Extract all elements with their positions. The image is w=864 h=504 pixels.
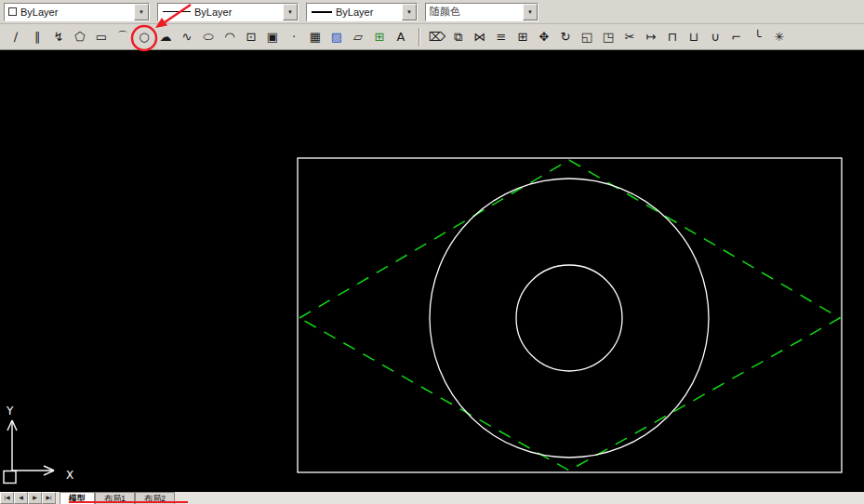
ellipse-arc-icon: ◠ [224,30,234,44]
fillet-icon: ╰ [754,30,762,44]
chamfer-tool-button[interactable]: ⌐ [726,27,747,46]
chevron-down-icon: ▼ [406,9,412,15]
lineweight-control-value: ByLayer [332,7,402,18]
erase-icon: ⌦ [429,30,445,44]
tab-model[interactable]: 模型 [60,492,95,504]
stretch-icon: ◳ [603,30,614,44]
layout-tabs: 模型布局1布局2 [60,492,175,504]
chevron-down-icon: ▼ [139,9,144,15]
join-icon: ∪ [711,30,720,44]
trim-tool-button[interactable]: ✂ [619,27,640,46]
circle-tool-button[interactable]: ○ [134,27,154,46]
polygon-icon: ⬠ [74,30,85,44]
drawing-svg: Y X [0,50,864,492]
rectangle-entity[interactable] [298,158,842,472]
rectangle-tool-button[interactable]: ▭ [91,27,112,46]
copy-icon: ⧉ [454,30,462,44]
insert-block-icon: ⊡ [246,30,257,44]
diamond-polyline-entity[interactable] [299,160,840,471]
explode-tool-button[interactable]: ✳ [769,27,790,46]
multiline-text-icon: A [397,30,405,44]
array-tool-button[interactable]: ⊞ [512,27,533,46]
insert-block-tool-button[interactable]: ⊡ [241,27,261,46]
arc-icon: ⌒ [117,30,129,44]
inner-circle-entity[interactable] [516,265,622,371]
draw-toolbar-group: ∕∥↯⬠▭⌒○☁∿⬭◠⊡▣·▦▨▱⊞A [6,27,412,46]
spline-icon: ∿ [182,30,193,44]
multiline-text-tool-button[interactable]: A [391,27,411,46]
stretch-tool-button[interactable]: ◳ [598,27,618,46]
hatch-tool-button[interactable]: ▦ [305,27,326,46]
scale-icon: ◱ [581,30,592,44]
tab-nav-last-button[interactable]: ▶| [42,492,56,504]
ucs-axis-icon: Y X [4,405,73,484]
modify-toolbar-group: ⌦⧉⋈≡⊞✥↻◱◳✂↦⊓⊔∪⌐╰✳ [427,27,791,46]
lineweight-control-combo[interactable]: ByLayer ▼ [306,3,418,21]
gradient-tool-button[interactable]: ▨ [326,27,347,46]
ellipse-tool-button[interactable]: ⬭ [198,27,219,46]
extend-icon: ↦ [646,30,657,44]
plotstyle-control-combo[interactable]: 随颜色 ▼ [425,3,538,21]
tab-layout2[interactable]: 布局2 [135,492,175,504]
break-at-point-tool-button[interactable]: ⊓ [662,27,683,46]
gradient-icon: ▨ [331,30,342,44]
color-control-combo[interactable]: ByLayer ▼ [4,3,150,21]
copy-tool-button[interactable]: ⧉ [448,27,469,46]
color-control-dropdown-button[interactable]: ▼ [134,4,149,20]
rotate-icon: ↻ [561,30,571,44]
arc-tool-button[interactable]: ⌒ [113,27,133,46]
chevron-down-icon: ▼ [527,9,533,15]
cad-application-window: ByLayer ▼ ByLayer ▼ ByLayer ▼ 随颜色 ▼ ∕∥↯⬠… [0,0,864,504]
construction-line-tool-button[interactable]: ∥ [27,27,47,46]
linetype-control-dropdown-button[interactable]: ▼ [283,4,298,20]
chamfer-icon: ⌐ [732,30,742,44]
scale-tool-button[interactable]: ◱ [577,27,597,46]
tab-nav-prev-button[interactable]: ◀ [14,492,28,504]
region-icon: ▱ [353,30,363,44]
linetype-sample-icon [163,11,191,12]
line-icon: ∕ [14,30,18,44]
layout-tab-bar: |◀◀▶▶| 模型布局1布局2 [0,492,864,504]
region-tool-button[interactable]: ▱ [348,27,368,46]
polygon-tool-button[interactable]: ⬠ [70,27,90,46]
make-block-tool-button[interactable]: ▣ [262,27,283,46]
plotstyle-control-value: 随颜色 [426,5,523,19]
extend-tool-button[interactable]: ↦ [641,27,661,46]
point-tool-button[interactable]: · [284,27,304,46]
mirror-icon: ⋈ [474,30,486,44]
break-icon: ⊔ [689,30,698,44]
tab-nav-next-button[interactable]: ▶ [28,492,42,504]
move-tool-button[interactable]: ✥ [534,27,554,46]
tab-layout1[interactable]: 布局1 [95,492,135,504]
linetype-control-combo[interactable]: ByLayer ▼ [157,3,299,21]
revision-cloud-tool-button[interactable]: ☁ [155,27,176,46]
drawing-canvas[interactable]: Y X [0,50,864,492]
spline-tool-button[interactable]: ∿ [177,27,197,46]
polyline-tool-button[interactable]: ↯ [48,27,69,46]
point-icon: · [292,30,296,44]
rotate-tool-button[interactable]: ↻ [555,27,576,46]
erase-tool-button[interactable]: ⌦ [427,27,447,46]
break-at-point-icon: ⊓ [668,30,677,44]
ellipse-arc-tool-button[interactable]: ◠ [219,27,240,46]
circle-icon: ○ [139,30,149,44]
plotstyle-control-dropdown-button[interactable]: ▼ [523,4,538,20]
table-tool-button[interactable]: ⊞ [369,27,390,46]
tab-navigation: |◀◀▶▶| [0,492,56,504]
trim-icon: ✂ [625,30,635,44]
explode-icon: ✳ [775,30,785,44]
hatch-icon: ▦ [310,30,321,44]
join-tool-button[interactable]: ∪ [705,27,725,46]
fillet-tool-button[interactable]: ╰ [748,27,768,46]
ucs-y-label: Y [6,405,14,418]
mirror-tool-button[interactable]: ⋈ [470,27,490,46]
offset-tool-button[interactable]: ≡ [491,27,512,46]
chevron-down-icon: ▼ [287,9,293,15]
line-tool-button[interactable]: ∕ [6,27,26,46]
draw-modify-toolbar: ∕∥↯⬠▭⌒○☁∿⬭◠⊡▣·▦▨▱⊞A ⌦⧉⋈≡⊞✥↻◱◳✂↦⊓⊔∪⌐╰✳ [0,24,864,50]
break-tool-button[interactable]: ⊔ [684,27,704,46]
tab-nav-first-button[interactable]: |◀ [0,492,14,504]
outer-circle-entity[interactable] [430,179,709,458]
revision-cloud-icon: ☁ [160,30,172,44]
lineweight-control-dropdown-button[interactable]: ▼ [402,4,417,20]
